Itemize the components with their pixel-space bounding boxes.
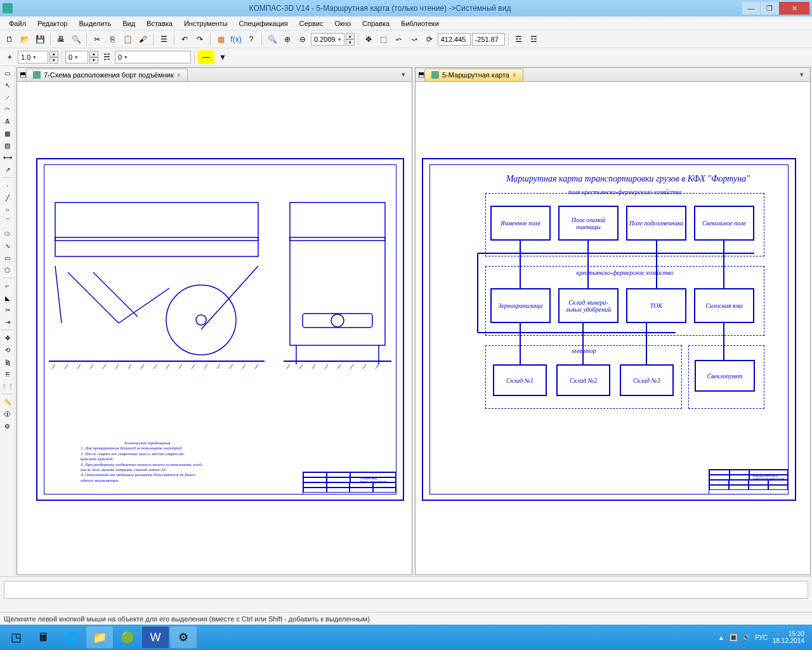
canvas-left[interactable]: Технические требования 1. Для провариван…	[17, 82, 412, 574]
table-tool-icon[interactable]: ▦	[1, 128, 14, 139]
open-icon[interactable]: 📂	[18, 32, 32, 46]
cut-icon[interactable]: ✂	[90, 32, 104, 46]
next-view-icon[interactable]: ⤻	[407, 32, 421, 46]
tray-vol-icon[interactable]: 🔊	[742, 634, 750, 641]
redo-icon[interactable]: ↷	[193, 32, 207, 46]
tracking-icon[interactable]: ⌖	[3, 50, 16, 64]
point-icon[interactable]: ·	[1, 180, 14, 191]
menu-edit[interactable]: Редактор	[32, 18, 72, 29]
task-kompas-icon[interactable]: ⚙	[170, 627, 197, 648]
task-app-icon[interactable]: 🟢	[114, 627, 141, 648]
seg-icon[interactable]: ╱	[1, 192, 14, 203]
manager-icon[interactable]: ▦	[214, 32, 228, 46]
prev-view-icon[interactable]: ⤺	[392, 32, 406, 46]
zoom-combo[interactable]: 0.2009	[311, 33, 344, 46]
menu-insert[interactable]: Вставка	[141, 18, 178, 29]
menu-file[interactable]: Файл	[4, 18, 31, 29]
undo-icon[interactable]: ↶	[178, 32, 192, 46]
tab-nav-right[interactable]: ⬒	[418, 70, 424, 79]
system-tray[interactable]: ▲ 🔳 🔊 РУС 15:30 18.12.2014	[718, 630, 809, 644]
save-icon[interactable]: 💾	[33, 32, 47, 46]
extra-icon[interactable]: ⚙	[1, 420, 14, 432]
tray-net-icon[interactable]: 🔳	[730, 634, 737, 641]
coord-x[interactable]	[438, 33, 471, 46]
menu-tools[interactable]: Инструменты	[179, 18, 233, 29]
spline-icon[interactable]: ∿	[1, 240, 14, 251]
zoom-fit-icon[interactable]: 🔍	[265, 32, 279, 46]
vars-icon[interactable]: f(x)	[229, 32, 243, 46]
leader-tool-icon[interactable]: ↗	[1, 164, 14, 175]
task-word-icon[interactable]: W	[142, 627, 169, 648]
new-icon[interactable]: 🗋	[3, 32, 16, 46]
extend-icon[interactable]: ⇥	[1, 316, 14, 328]
preview-icon[interactable]: 🔍	[69, 32, 83, 46]
zoom-window-icon[interactable]: ⬚	[377, 32, 391, 46]
tab-close-icon[interactable]: ×	[513, 72, 516, 79]
measure-icon[interactable]: 📏	[1, 396, 14, 408]
arc2-icon[interactable]: ⌒	[1, 216, 14, 227]
copy-tool-icon[interactable]: ⎘	[1, 368, 14, 380]
step-combo[interactable]: 0	[65, 51, 88, 63]
menu-libs[interactable]: Библиотеки	[396, 18, 444, 29]
help-icon[interactable]: ?	[244, 32, 258, 46]
command-line[interactable]	[4, 581, 808, 599]
props-icon[interactable]: 🛈	[1, 408, 14, 420]
menu-service[interactable]: Сервис	[294, 18, 329, 29]
zoom-steppers[interactable]: ▴▾	[346, 33, 355, 46]
arc-tool-icon[interactable]: ◠	[1, 103, 14, 115]
properties-icon[interactable]: ☰	[157, 32, 171, 46]
cursor-icon[interactable]: ▭	[1, 67, 14, 79]
scale-combo[interactable]: 1.0	[18, 51, 48, 63]
layer-icon[interactable]: ☵	[100, 50, 114, 64]
zoom-out-icon[interactable]: ⊖	[296, 32, 310, 46]
color-icon[interactable]: ▼	[216, 50, 230, 64]
minimize-button[interactable]: —	[742, 2, 760, 15]
menu-spec[interactable]: Спецификация	[234, 18, 293, 29]
clock[interactable]: 15:30 18.12.2014	[773, 630, 804, 644]
close-button[interactable]: ✕	[779, 2, 809, 15]
trim-icon[interactable]: ✂	[1, 304, 14, 315]
menu-view[interactable]: Вид	[117, 18, 140, 29]
menu-window[interactable]: Окно	[329, 18, 356, 29]
tab-close-icon[interactable]: ×	[177, 72, 181, 79]
zoom-in-icon[interactable]: ⊕	[280, 32, 294, 46]
task-folder-icon[interactable]: 📁	[86, 627, 113, 648]
maximize-button[interactable]: ❐	[761, 2, 778, 15]
chamfer-icon[interactable]: ◣	[1, 292, 14, 303]
fillet-icon[interactable]: ⌐	[1, 280, 14, 291]
print-icon[interactable]: 🖶	[54, 32, 68, 46]
coord-y[interactable]	[472, 33, 505, 46]
copy-icon[interactable]: ⎘	[105, 32, 119, 46]
layers-icon[interactable]: ☲	[512, 32, 526, 46]
canvas-right[interactable]: Маршрутная карта транспортировки грузов …	[416, 82, 810, 574]
linestyle-icon[interactable]: —	[198, 50, 214, 64]
tab-nav-left[interactable]: ⬒	[20, 70, 26, 79]
layers2-icon[interactable]: ☲	[527, 32, 541, 46]
rotate-icon[interactable]: ⟲	[1, 344, 14, 355]
tab-dropdown-left[interactable]: ▾	[398, 70, 409, 79]
array-icon[interactable]: ⋮⋮	[1, 380, 14, 392]
mirror-icon[interactable]: ⧎	[1, 356, 14, 368]
task-explorer-icon[interactable]: 🖩	[30, 627, 57, 648]
step-steppers[interactable]: ▴▾	[89, 51, 98, 63]
ellipse-icon[interactable]: ⬭	[1, 228, 14, 239]
refresh-icon[interactable]: ⟳	[422, 32, 436, 46]
tab-right[interactable]: 5-Маршрутная карта ×	[424, 69, 523, 81]
task-chrome-icon[interactable]: 🌐	[58, 627, 85, 648]
poly-icon[interactable]: ⬠	[1, 264, 14, 275]
rect-icon[interactable]: ▭	[1, 252, 14, 263]
text-tool-icon[interactable]: A	[1, 116, 14, 127]
scale-steppers[interactable]: ▴▾	[49, 51, 58, 63]
brush-icon[interactable]: 🖌	[136, 32, 150, 46]
hatch-tool-icon[interactable]: ▨	[1, 140, 14, 151]
tray-lang[interactable]: РУС	[755, 634, 768, 641]
dim-tool-icon[interactable]: ⟷	[1, 152, 14, 163]
move-icon[interactable]: ✥	[1, 332, 14, 343]
line-tool-icon[interactable]: ⟋	[1, 91, 14, 103]
menu-select[interactable]: Выделить	[74, 18, 116, 29]
style-combo[interactable]: 0	[115, 51, 191, 63]
pan-icon[interactable]: ✥	[362, 32, 376, 46]
start-button[interactable]: ◳	[3, 627, 29, 648]
tab-dropdown-right[interactable]: ▾	[796, 70, 808, 79]
circle-icon[interactable]: ○	[1, 204, 14, 215]
